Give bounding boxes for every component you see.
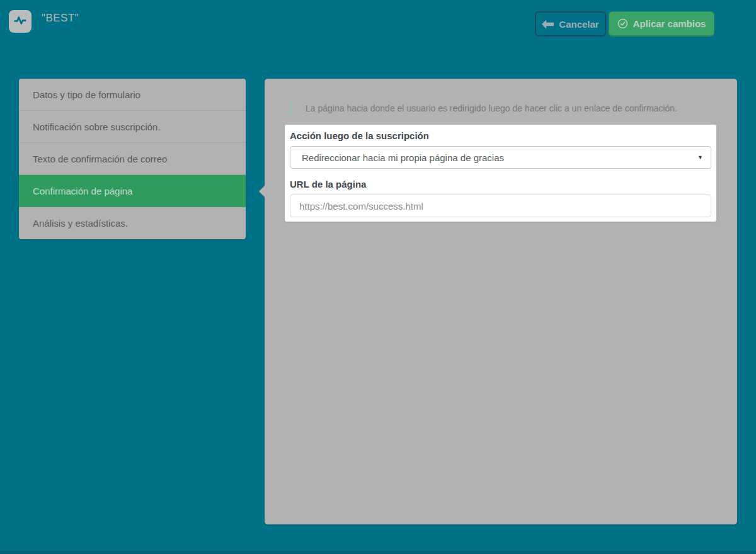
sidebar-item-notificacion-suscripcion[interactable]: Notificación sobre suscripción. <box>19 111 246 143</box>
apply-changes-button-label: Aplicar cambios <box>633 18 706 29</box>
info-row: La página hacia donde el usuario es redi… <box>289 102 677 115</box>
chevron-down-icon: ▼ <box>697 154 703 161</box>
settings-nav: Datos y tipo de formulario Notificación … <box>19 79 246 239</box>
action-field-label: Acción luego de la suscripción <box>290 130 711 141</box>
apply-changes-button[interactable]: Aplicar cambios <box>609 11 714 37</box>
action-select[interactable]: Redireccionar hacia mi propia página de … <box>290 146 711 169</box>
sidebar-item-label: Notificación sobre suscripción. <box>33 122 161 132</box>
sidebar-item-analisis-estadisticas[interactable]: Análisis y estadísticas. <box>19 207 246 239</box>
action-select-value: Redireccionar hacia mi propia página de … <box>302 152 504 163</box>
sidebar-item-label: Análisis y estadísticas. <box>33 218 128 229</box>
cancel-button-label: Cancelar <box>559 19 598 30</box>
sidebar-item-label: Datos y tipo de formulario <box>33 89 140 100</box>
arrow-left-icon <box>542 20 554 29</box>
check-circle-icon <box>617 18 628 29</box>
confirmation-page-form-card: Acción luego de la suscripción Redirecci… <box>285 125 716 222</box>
info-accent-bar <box>289 102 292 115</box>
panel-pointer-notch <box>259 186 265 197</box>
page-title: "BEST" <box>42 12 79 25</box>
url-input[interactable] <box>290 195 711 217</box>
pulse-icon <box>13 13 28 30</box>
sidebar-item-label: Texto de confirmación de correo <box>33 154 167 164</box>
sidebar-item-datos-y-tipo[interactable]: Datos y tipo de formulario <box>19 79 246 111</box>
cancel-button[interactable]: Cancelar <box>535 11 606 37</box>
settings-panel: La página hacia donde el usuario es redi… <box>265 79 737 524</box>
info-text: La página hacia donde el usuario es redi… <box>306 103 677 113</box>
footer-strip <box>0 551 756 554</box>
app-logo <box>9 10 32 33</box>
url-field-label: URL de la página <box>290 179 711 189</box>
sidebar-item-confirmacion-pagina[interactable]: Confirmación de página <box>19 175 246 207</box>
sidebar-item-label: Confirmación de página <box>33 186 132 196</box>
sidebar-item-texto-confirmacion[interactable]: Texto de confirmación de correo <box>19 143 246 175</box>
